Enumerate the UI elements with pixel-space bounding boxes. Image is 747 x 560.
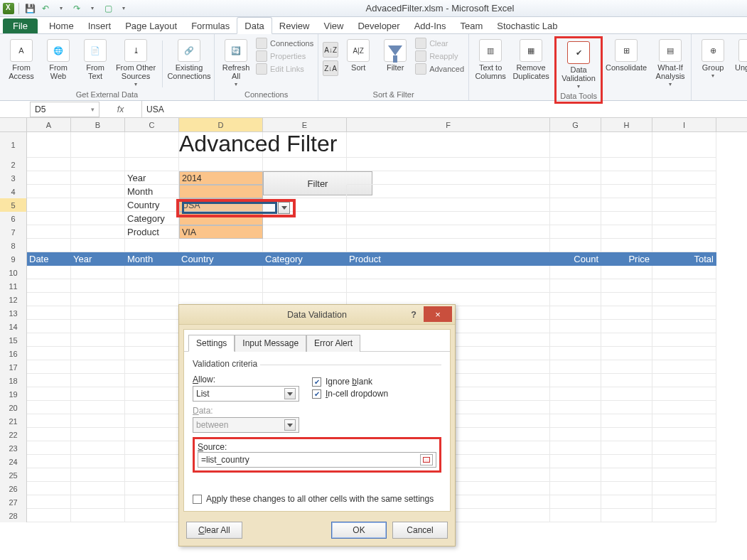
cell-A13[interactable]: [27, 306, 71, 320]
cell-A19[interactable]: [27, 387, 71, 401]
clear-all-button[interactable]: Clear All: [186, 522, 242, 539]
col-header-D[interactable]: D: [179, 118, 263, 131]
cell-B23[interactable]: [71, 441, 125, 455]
cell-I5[interactable]: [652, 198, 716, 212]
cell-H25[interactable]: [601, 468, 652, 482]
cell-E2[interactable]: [263, 158, 347, 171]
source-input[interactable]: =list_country: [198, 452, 436, 468]
cell-A8[interactable]: [27, 239, 71, 252]
cell-H11[interactable]: [601, 279, 652, 293]
tab-addins[interactable]: Add-Ins: [407, 18, 453, 33]
cell-E1[interactable]: [263, 132, 347, 158]
cell-D8[interactable]: [179, 239, 263, 252]
row-header-6[interactable]: 6: [0, 212, 27, 225]
cell-D6[interactable]: [179, 212, 263, 225]
cell-F10[interactable]: [347, 266, 550, 279]
cell-C16[interactable]: [125, 347, 179, 360]
cell-G13[interactable]: [550, 306, 601, 320]
cell-H26[interactable]: [601, 482, 652, 495]
tab-file[interactable]: File: [3, 18, 38, 33]
cell-H5[interactable]: [601, 198, 652, 212]
ok-button[interactable]: OK: [331, 522, 387, 539]
cell-I18[interactable]: [652, 374, 716, 387]
cell-D4[interactable]: [179, 185, 263, 198]
cell-I6[interactable]: [652, 212, 716, 225]
row-header-8[interactable]: 8: [0, 239, 27, 252]
cell-H3[interactable]: [601, 171, 652, 185]
cell-B6[interactable]: [71, 212, 125, 225]
cell-E6[interactable]: [263, 212, 347, 225]
row-header-19[interactable]: 19: [0, 387, 27, 401]
cell-B12[interactable]: [71, 293, 125, 306]
cell-A5[interactable]: [27, 198, 71, 212]
row-header-5[interactable]: 5: [0, 198, 27, 212]
cell-A7[interactable]: [27, 225, 71, 239]
cell-G16[interactable]: [550, 347, 601, 360]
cell-I15[interactable]: [652, 333, 716, 347]
cell-D9[interactable]: Country: [179, 252, 263, 266]
row-header-16[interactable]: 16: [0, 347, 27, 360]
close-button[interactable]: ×: [424, 306, 452, 322]
cell-B20[interactable]: [71, 401, 125, 414]
cell-H17[interactable]: [601, 360, 652, 374]
cell-B21[interactable]: [71, 414, 125, 428]
cell-I24[interactable]: [652, 455, 716, 468]
row-header-25[interactable]: 25: [0, 468, 27, 482]
cell-E10[interactable]: [263, 266, 347, 279]
cell-C27[interactable]: [125, 495, 179, 509]
cell-H27[interactable]: [601, 495, 652, 509]
tab-page-layout[interactable]: Page Layout: [118, 18, 184, 33]
cell-A14[interactable]: [27, 320, 71, 333]
cell-B2[interactable]: [71, 158, 125, 171]
cell-C25[interactable]: [125, 468, 179, 482]
tab-team[interactable]: Team: [453, 18, 490, 33]
cell-B10[interactable]: [71, 266, 125, 279]
cell-G9[interactable]: Count: [550, 252, 601, 266]
row-header-1[interactable]: 1: [0, 132, 27, 158]
cell-F4[interactable]: [347, 185, 550, 198]
dialog-tab-input-message[interactable]: Input Message: [235, 335, 306, 352]
cell-A4[interactable]: [27, 185, 71, 198]
cell-D11[interactable]: [179, 279, 263, 293]
tab-insert[interactable]: Insert: [81, 18, 119, 33]
cell-C19[interactable]: [125, 387, 179, 401]
dialog-tab-error-alert[interactable]: Error Alert: [306, 335, 360, 352]
cell-C2[interactable]: [125, 158, 179, 171]
edit-links-button[interactable]: Edit Links: [256, 63, 313, 75]
cell-A24[interactable]: [27, 455, 71, 468]
cell-B22[interactable]: [71, 428, 125, 441]
cell-B3[interactable]: [71, 171, 125, 185]
cell-H23[interactable]: [601, 441, 652, 455]
cell-B9[interactable]: Year: [71, 252, 125, 266]
cell-I8[interactable]: [652, 239, 716, 252]
cell-F8[interactable]: [347, 239, 550, 252]
tab-view[interactable]: View: [316, 18, 350, 33]
formula-input[interactable]: USA: [142, 101, 747, 117]
cell-G14[interactable]: [550, 320, 601, 333]
help-button[interactable]: ?: [407, 308, 421, 322]
row-header-26[interactable]: 26: [0, 482, 27, 495]
name-box[interactable]: D5▾: [30, 102, 100, 117]
cell-C15[interactable]: [125, 333, 179, 347]
tab-developer[interactable]: Developer: [350, 18, 407, 33]
row-header-3[interactable]: 3: [0, 171, 27, 185]
refresh-all-button[interactable]: 🔄Refresh All▾: [219, 38, 253, 88]
cell-C22[interactable]: [125, 428, 179, 441]
advanced-button[interactable]: Advanced: [415, 63, 464, 75]
cell-I1[interactable]: [652, 132, 716, 158]
cell-G17[interactable]: [550, 360, 601, 374]
cell-B25[interactable]: [71, 468, 125, 482]
cell-A22[interactable]: [27, 428, 71, 441]
cell-B8[interactable]: [71, 239, 125, 252]
cell-A10[interactable]: [27, 266, 71, 279]
row-header-9[interactable]: 9: [0, 252, 27, 266]
cell-A27[interactable]: [27, 495, 71, 509]
cell-G27[interactable]: [550, 495, 601, 509]
cell-A25[interactable]: [27, 468, 71, 482]
undo-icon[interactable]: ↶: [39, 2, 52, 15]
cell-A15[interactable]: [27, 333, 71, 347]
cell-C28[interactable]: [125, 509, 179, 522]
cell-G22[interactable]: [550, 428, 601, 441]
cell-C26[interactable]: [125, 482, 179, 495]
cell-C8[interactable]: [125, 239, 179, 252]
